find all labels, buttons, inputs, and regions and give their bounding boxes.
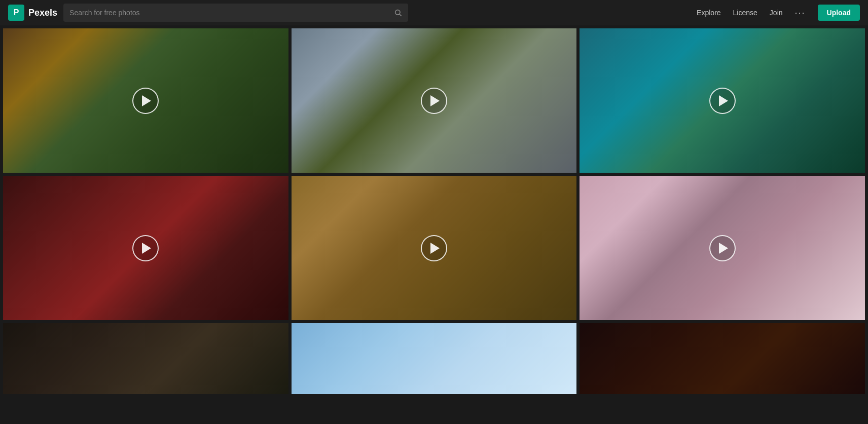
play-button-icon [421,235,447,261]
play-triangle-icon [142,243,151,254]
logo-area[interactable]: P Pexels [8,5,57,21]
more-menu-button[interactable]: ··· [795,8,806,18]
play-triangle-icon [142,95,151,106]
play-overlay [292,176,577,320]
site-name: Pexels [28,8,57,18]
grid-item-autumn-road[interactable] [3,28,288,173]
grid-item-amusement-ride[interactable] [580,176,865,320]
grid-item-desert-cliffs[interactable] [292,176,577,320]
svg-point-0 [395,10,400,15]
play-triangle-icon [719,243,728,254]
play-overlay [580,28,865,173]
play-button-icon [132,235,159,261]
nav-license[interactable]: License [733,9,757,17]
svg-line-1 [400,14,402,16]
play-triangle-icon [719,95,728,106]
grid-item-dark-trees[interactable] [3,323,288,394]
search-input[interactable] [69,9,390,17]
play-button-icon [421,88,447,114]
nav-join[interactable]: Join [770,9,783,17]
search-bar[interactable] [63,4,408,22]
grid-item-dark-figure[interactable] [580,323,865,394]
play-overlay [580,176,865,320]
play-button-icon [709,235,736,261]
pexels-logo-icon: P [8,5,24,21]
grid-item-red-leaves[interactable] [3,176,288,320]
photo-grid [0,25,868,397]
navbar: P Pexels Explore License Join ··· Upload [0,0,868,25]
play-triangle-icon [430,95,440,106]
grid-item-aerial-city[interactable] [292,28,577,173]
grid-item-aerial-coast[interactable] [580,28,865,173]
play-button-icon [132,88,159,114]
search-icon [394,9,402,17]
grid-item-sky-clouds[interactable] [292,323,577,394]
play-overlay [3,176,288,320]
nav-explore[interactable]: Explore [697,9,720,17]
play-button-icon [709,88,736,114]
play-overlay [292,28,577,173]
play-overlay [3,28,288,173]
play-triangle-icon [430,243,440,254]
nav-links: Explore License Join ··· Upload [697,5,860,21]
upload-button[interactable]: Upload [818,5,860,21]
